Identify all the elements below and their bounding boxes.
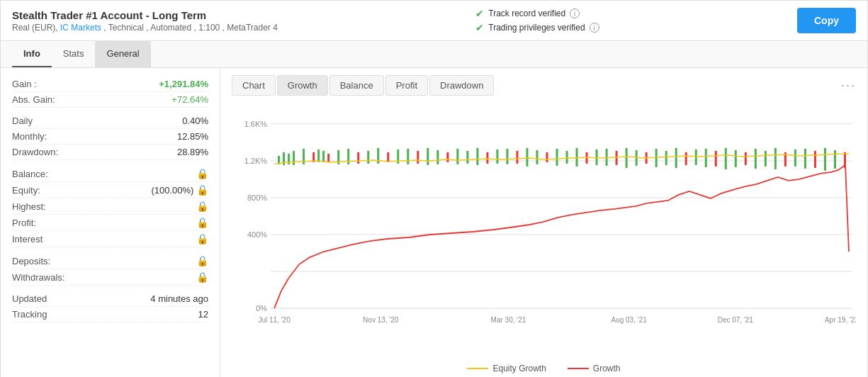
account-subtitle: Real (EUR), IC Markets , Technical , Aut… [12, 23, 278, 33]
svg-rect-29 [367, 151, 369, 164]
svg-rect-60 [675, 148, 677, 168]
svg-rect-45 [526, 148, 528, 167]
ic-markets-link[interactable]: IC Markets [60, 23, 101, 33]
info-icon-1[interactable]: i [570, 9, 580, 18]
svg-rect-30 [377, 148, 379, 164]
interest-lock-icon: 🔒 [196, 233, 208, 244]
svg-rect-24 [322, 151, 325, 162]
verified-section: ✔ Track record verified i ✔ Trading priv… [475, 8, 599, 33]
tab-info[interactable]: Info [12, 41, 52, 67]
chart-area: 1.6K% 1.2K% 800% 400% 0% Jul 11, '20 Nov… [232, 103, 856, 358]
chart-tab-drawdown[interactable]: Drawdown [429, 75, 494, 96]
svg-rect-62 [695, 150, 697, 165]
more-options-button[interactable]: ··· [841, 78, 856, 93]
header: Stealth Trader #1 Account - Long Term Re… [1, 1, 867, 41]
copy-button[interactable]: Copy [797, 8, 856, 33]
balance-lock-icon: 🔒 [196, 168, 208, 179]
svg-rect-44 [516, 151, 518, 164]
growth-line [568, 368, 589, 369]
withdrawals-label: Withdrawals: [12, 272, 64, 283]
svg-text:400%: 400% [247, 230, 267, 239]
monthly-row: Monthly: 12.85% [12, 129, 208, 145]
svg-rect-35 [427, 148, 429, 165]
svg-rect-37 [446, 152, 449, 162]
equity-growth-label: Equity Growth [492, 364, 546, 373]
updated-row: Updated 4 minutes ago [12, 291, 208, 307]
svg-rect-47 [546, 152, 548, 162]
account-title: Stealth Trader #1 Account - Long Term [12, 9, 278, 21]
profit-lock-icon: 🔒 [196, 217, 208, 228]
tracking-label: Tracking [12, 309, 47, 320]
tracking-value: 12 [198, 309, 208, 320]
chart-legend: Equity Growth Growth [232, 364, 856, 373]
svg-rect-70 [774, 148, 777, 169]
interest-label: Interest [12, 234, 43, 244]
svg-rect-58 [655, 149, 658, 167]
tracking-row: Tracking 12 [12, 307, 208, 322]
abs-gain-label: Abs. Gain: [12, 94, 55, 105]
svg-rect-48 [556, 149, 558, 166]
svg-rect-65 [725, 148, 727, 169]
svg-rect-61 [685, 152, 687, 165]
tab-general[interactable]: General [95, 41, 150, 67]
chart-tab-profit[interactable]: Profit [385, 75, 428, 96]
svg-rect-51 [586, 152, 588, 164]
svg-rect-73 [804, 149, 806, 169]
track-record-verified: ✔ Track record verified i [475, 8, 599, 19]
verified-text-2: Trading privileges verified [488, 23, 585, 33]
daily-row: Daily 0.40% [12, 113, 208, 129]
svg-rect-66 [735, 150, 737, 167]
svg-rect-67 [745, 152, 747, 165]
svg-rect-25 [327, 154, 329, 162]
svg-rect-40 [476, 148, 478, 165]
svg-rect-72 [794, 150, 796, 167]
equity-growth-line [467, 368, 488, 369]
gain-label: Gain : [12, 79, 37, 89]
chart-tab-growth[interactable]: Growth [277, 75, 328, 96]
deposits-row: Deposits: 🔒 [12, 253, 208, 269]
main-body: Gain : +1,291.84% Abs. Gain: +72.64% Dai… [1, 68, 867, 377]
right-panel: Chart Growth Balance Profit Drawdown ··· [220, 68, 867, 377]
svg-text:1.6K%: 1.6K% [244, 120, 268, 128]
highest-lock-icon: 🔒 [196, 201, 208, 212]
monthly-label: Monthly: [12, 131, 47, 142]
tab-stats[interactable]: Stats [52, 41, 96, 67]
trading-privileges-verified: ✔ Trading privileges verified i [475, 22, 599, 33]
interest-row: Interest 🔒 [12, 231, 208, 247]
profit-row: Profit: 🔒 [12, 215, 208, 231]
svg-rect-42 [496, 150, 498, 164]
growth-legend: Growth [568, 364, 621, 373]
svg-rect-75 [824, 148, 826, 171]
abs-gain-value: +72.64% [171, 94, 208, 105]
drawdown-label: Drawdown: [12, 147, 58, 157]
main-tabs: Info Stats General [1, 41, 867, 68]
drawdown-value: 28.89% [177, 147, 208, 157]
header-left: Stealth Trader #1 Account - Long Term Re… [12, 9, 278, 33]
info-icon-2[interactable]: i [590, 23, 599, 33]
svg-rect-55 [626, 148, 628, 168]
monthly-value: 12.85% [177, 131, 208, 142]
verified-text-1: Track record verified [488, 9, 565, 18]
chart-tab-balance[interactable]: Balance [329, 75, 384, 96]
daily-label: Daily [12, 116, 33, 126]
svg-rect-39 [466, 151, 468, 164]
chart-tab-chart[interactable]: Chart [232, 75, 276, 96]
drawdown-row: Drawdown: 28.89% [12, 145, 208, 160]
svg-rect-64 [715, 151, 717, 167]
balance-label: Balance: [12, 169, 48, 179]
svg-rect-27 [347, 149, 349, 164]
gain-value: +1,291.84% [159, 79, 208, 89]
svg-rect-34 [417, 151, 419, 164]
deposits-lock-icon: 🔒 [196, 255, 208, 266]
equity-row: Equity: (100.00%) 🔒 [12, 182, 208, 198]
svg-text:Jul 11, '20: Jul 11, '20 [258, 316, 291, 324]
svg-rect-49 [566, 151, 568, 164]
svg-text:Mar 30, '21: Mar 30, '21 [491, 316, 526, 324]
highest-label: Highest: [12, 201, 46, 212]
withdrawals-row: Withdrawals: 🔒 [12, 269, 208, 286]
gain-row: Gain : +1,291.84% [12, 77, 208, 92]
svg-text:0%: 0% [256, 304, 267, 313]
svg-text:Aug 03, '21: Aug 03, '21 [611, 316, 647, 324]
svg-text:1.2K%: 1.2K% [244, 157, 268, 165]
svg-rect-74 [814, 151, 816, 168]
